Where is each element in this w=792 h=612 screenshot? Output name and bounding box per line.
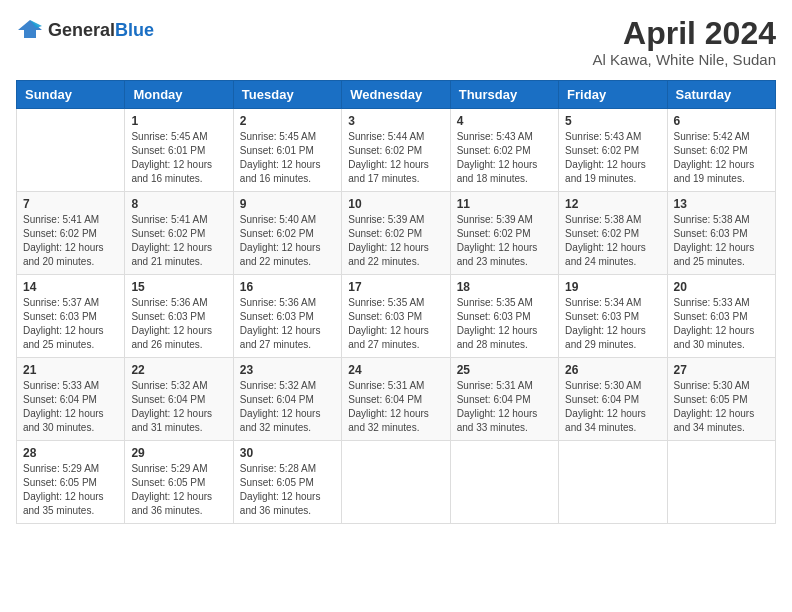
day-info: Sunrise: 5:35 AM Sunset: 6:03 PM Dayligh… [348,296,443,352]
day-number: 11 [457,197,552,211]
calendar-cell: 21Sunrise: 5:33 AM Sunset: 6:04 PM Dayli… [17,358,125,441]
day-info: Sunrise: 5:32 AM Sunset: 6:04 PM Dayligh… [240,379,335,435]
day-info: Sunrise: 5:45 AM Sunset: 6:01 PM Dayligh… [131,130,226,186]
day-number: 22 [131,363,226,377]
calendar-header-monday: Monday [125,81,233,109]
day-info: Sunrise: 5:37 AM Sunset: 6:03 PM Dayligh… [23,296,118,352]
calendar-cell: 8Sunrise: 5:41 AM Sunset: 6:02 PM Daylig… [125,192,233,275]
title-area: April 2024 Al Kawa, White Nile, Sudan [593,16,776,68]
day-number: 2 [240,114,335,128]
day-info: Sunrise: 5:29 AM Sunset: 6:05 PM Dayligh… [131,462,226,518]
calendar-cell: 9Sunrise: 5:40 AM Sunset: 6:02 PM Daylig… [233,192,341,275]
calendar-cell: 19Sunrise: 5:34 AM Sunset: 6:03 PM Dayli… [559,275,667,358]
calendar-cell: 1Sunrise: 5:45 AM Sunset: 6:01 PM Daylig… [125,109,233,192]
day-number: 28 [23,446,118,460]
day-number: 19 [565,280,660,294]
day-info: Sunrise: 5:30 AM Sunset: 6:05 PM Dayligh… [674,379,769,435]
calendar-cell: 4Sunrise: 5:43 AM Sunset: 6:02 PM Daylig… [450,109,558,192]
day-number: 1 [131,114,226,128]
calendar-cell: 17Sunrise: 5:35 AM Sunset: 6:03 PM Dayli… [342,275,450,358]
calendar-header-tuesday: Tuesday [233,81,341,109]
day-number: 14 [23,280,118,294]
day-number: 17 [348,280,443,294]
day-info: Sunrise: 5:34 AM Sunset: 6:03 PM Dayligh… [565,296,660,352]
calendar-cell: 14Sunrise: 5:37 AM Sunset: 6:03 PM Dayli… [17,275,125,358]
main-title: April 2024 [593,16,776,51]
day-info: Sunrise: 5:40 AM Sunset: 6:02 PM Dayligh… [240,213,335,269]
subtitle: Al Kawa, White Nile, Sudan [593,51,776,68]
calendar-cell: 7Sunrise: 5:41 AM Sunset: 6:02 PM Daylig… [17,192,125,275]
day-number: 29 [131,446,226,460]
day-info: Sunrise: 5:28 AM Sunset: 6:05 PM Dayligh… [240,462,335,518]
calendar-cell: 11Sunrise: 5:39 AM Sunset: 6:02 PM Dayli… [450,192,558,275]
calendar-week-5: 28Sunrise: 5:29 AM Sunset: 6:05 PM Dayli… [17,441,776,524]
svg-marker-0 [18,20,42,38]
day-number: 15 [131,280,226,294]
day-number: 23 [240,363,335,377]
day-number: 18 [457,280,552,294]
day-number: 30 [240,446,335,460]
calendar-week-4: 21Sunrise: 5:33 AM Sunset: 6:04 PM Dayli… [17,358,776,441]
calendar-cell [342,441,450,524]
day-info: Sunrise: 5:36 AM Sunset: 6:03 PM Dayligh… [240,296,335,352]
calendar-cell: 28Sunrise: 5:29 AM Sunset: 6:05 PM Dayli… [17,441,125,524]
day-number: 4 [457,114,552,128]
day-number: 21 [23,363,118,377]
day-number: 12 [565,197,660,211]
calendar-cell: 20Sunrise: 5:33 AM Sunset: 6:03 PM Dayli… [667,275,775,358]
calendar-week-2: 7Sunrise: 5:41 AM Sunset: 6:02 PM Daylig… [17,192,776,275]
day-info: Sunrise: 5:41 AM Sunset: 6:02 PM Dayligh… [131,213,226,269]
logo-text: General Blue [48,21,154,39]
logo-bird-icon [16,16,44,44]
calendar-cell: 25Sunrise: 5:31 AM Sunset: 6:04 PM Dayli… [450,358,558,441]
day-number: 5 [565,114,660,128]
calendar-table: SundayMondayTuesdayWednesdayThursdayFrid… [16,80,776,524]
day-number: 13 [674,197,769,211]
calendar-cell: 16Sunrise: 5:36 AM Sunset: 6:03 PM Dayli… [233,275,341,358]
day-info: Sunrise: 5:38 AM Sunset: 6:03 PM Dayligh… [674,213,769,269]
day-info: Sunrise: 5:30 AM Sunset: 6:04 PM Dayligh… [565,379,660,435]
day-info: Sunrise: 5:43 AM Sunset: 6:02 PM Dayligh… [457,130,552,186]
day-number: 10 [348,197,443,211]
calendar-cell: 18Sunrise: 5:35 AM Sunset: 6:03 PM Dayli… [450,275,558,358]
calendar-cell [450,441,558,524]
day-info: Sunrise: 5:32 AM Sunset: 6:04 PM Dayligh… [131,379,226,435]
day-info: Sunrise: 5:33 AM Sunset: 6:04 PM Dayligh… [23,379,118,435]
calendar-cell: 23Sunrise: 5:32 AM Sunset: 6:04 PM Dayli… [233,358,341,441]
calendar-cell: 10Sunrise: 5:39 AM Sunset: 6:02 PM Dayli… [342,192,450,275]
day-number: 27 [674,363,769,377]
calendar-cell: 2Sunrise: 5:45 AM Sunset: 6:01 PM Daylig… [233,109,341,192]
day-info: Sunrise: 5:29 AM Sunset: 6:05 PM Dayligh… [23,462,118,518]
day-info: Sunrise: 5:35 AM Sunset: 6:03 PM Dayligh… [457,296,552,352]
day-number: 24 [348,363,443,377]
day-info: Sunrise: 5:36 AM Sunset: 6:03 PM Dayligh… [131,296,226,352]
calendar-cell: 13Sunrise: 5:38 AM Sunset: 6:03 PM Dayli… [667,192,775,275]
calendar-header-thursday: Thursday [450,81,558,109]
calendar-cell: 12Sunrise: 5:38 AM Sunset: 6:02 PM Dayli… [559,192,667,275]
header: General Blue April 2024 Al Kawa, White N… [16,16,776,68]
calendar-cell: 26Sunrise: 5:30 AM Sunset: 6:04 PM Dayli… [559,358,667,441]
day-number: 6 [674,114,769,128]
day-number: 8 [131,197,226,211]
calendar-cell: 3Sunrise: 5:44 AM Sunset: 6:02 PM Daylig… [342,109,450,192]
calendar-cell [559,441,667,524]
day-info: Sunrise: 5:43 AM Sunset: 6:02 PM Dayligh… [565,130,660,186]
calendar-cell: 5Sunrise: 5:43 AM Sunset: 6:02 PM Daylig… [559,109,667,192]
calendar-header-row: SundayMondayTuesdayWednesdayThursdayFrid… [17,81,776,109]
calendar-cell: 15Sunrise: 5:36 AM Sunset: 6:03 PM Dayli… [125,275,233,358]
day-info: Sunrise: 5:31 AM Sunset: 6:04 PM Dayligh… [348,379,443,435]
day-number: 7 [23,197,118,211]
calendar-cell [667,441,775,524]
day-info: Sunrise: 5:33 AM Sunset: 6:03 PM Dayligh… [674,296,769,352]
day-info: Sunrise: 5:38 AM Sunset: 6:02 PM Dayligh… [565,213,660,269]
calendar-cell: 27Sunrise: 5:30 AM Sunset: 6:05 PM Dayli… [667,358,775,441]
day-number: 20 [674,280,769,294]
day-info: Sunrise: 5:31 AM Sunset: 6:04 PM Dayligh… [457,379,552,435]
calendar-cell: 30Sunrise: 5:28 AM Sunset: 6:05 PM Dayli… [233,441,341,524]
day-info: Sunrise: 5:42 AM Sunset: 6:02 PM Dayligh… [674,130,769,186]
calendar-cell: 22Sunrise: 5:32 AM Sunset: 6:04 PM Dayli… [125,358,233,441]
day-info: Sunrise: 5:39 AM Sunset: 6:02 PM Dayligh… [348,213,443,269]
day-info: Sunrise: 5:44 AM Sunset: 6:02 PM Dayligh… [348,130,443,186]
day-number: 3 [348,114,443,128]
calendar-header-wednesday: Wednesday [342,81,450,109]
